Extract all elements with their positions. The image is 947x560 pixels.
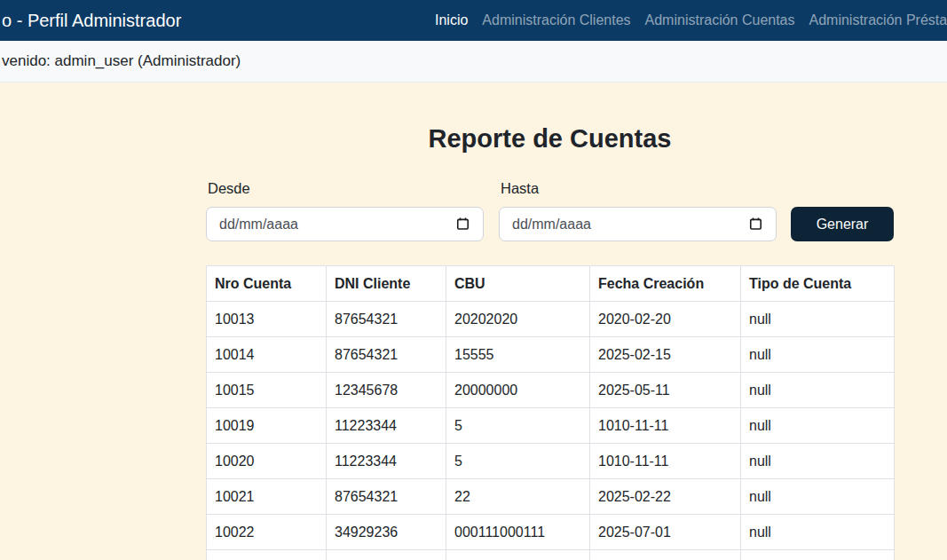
column-header: DNI Cliente	[327, 266, 446, 302]
table-cell: 15555	[446, 337, 590, 373]
table-row: 10022349292360001110001112025-07-01null	[207, 515, 895, 550]
table-row: 1001487654321155552025-02-15null	[207, 337, 895, 373]
welcome-bar: venido: admin_user (Administrador)	[0, 41, 947, 83]
table-cell: 11223344	[327, 444, 446, 479]
welcome-text: venido: admin_user (Administrador)	[2, 41, 241, 82]
table-cell: 10022	[207, 515, 327, 550]
table-row: 1001512345678200000002025-05-11null	[207, 373, 895, 408]
column-header: Nro Cuenta	[207, 266, 327, 302]
nav-item-administracion-clientes[interactable]: Administración Clientes	[475, 12, 637, 28]
table-cell	[741, 550, 895, 560]
app-title: o - Perfil Administrador	[2, 0, 181, 41]
table-cell: 10013	[207, 302, 327, 337]
table-cell: 20202020	[446, 302, 590, 337]
table-cell: 2025-02-15	[590, 337, 741, 373]
table-cell: null	[741, 408, 895, 444]
table-cell: 87654321	[327, 302, 446, 337]
table-cell: 2025-02-22	[590, 479, 741, 515]
column-header: Fecha Creación	[590, 266, 741, 302]
table-cell: 22	[446, 479, 590, 515]
table-cell: 5	[446, 444, 590, 479]
table-cell: 1010-11-11	[590, 408, 741, 444]
nav-item-inicio[interactable]: Inicio	[428, 12, 475, 28]
table-cell: 2025-07-01	[590, 515, 741, 550]
table-row: 1002187654321222025-02-22null	[207, 479, 895, 515]
table-cell: 2020-02-20	[590, 302, 741, 337]
table-cell: 10014	[207, 337, 327, 373]
table-cell: 12345678	[327, 373, 446, 408]
table-cell: null	[741, 373, 895, 408]
table-cell: 20000000	[446, 373, 590, 408]
nav-item-administracion-cuentas[interactable]: Administración Cuentas	[638, 12, 802, 28]
table-cell: null	[741, 479, 895, 515]
table-cell: null	[741, 444, 895, 479]
table-cell: 34929236	[327, 515, 446, 550]
from-date-label: Desde	[208, 180, 250, 197]
table-cell: 000111000111	[446, 515, 590, 550]
table-cell: 11223344	[327, 408, 446, 444]
column-header: CBU	[446, 266, 590, 302]
table-cell: 1010-11-11	[590, 444, 741, 479]
nav-links: InicioAdministración ClientesAdministrac…	[428, 0, 947, 41]
to-date-label: Hasta	[501, 180, 539, 197]
table-cell: 87654321	[327, 479, 446, 515]
from-date-placeholder: dd/mm/aaaa	[219, 217, 298, 233]
column-header: Tipo de Cuenta	[741, 266, 895, 302]
table-row-partial	[207, 550, 895, 560]
table-cell: null	[741, 515, 895, 550]
table-cell	[590, 550, 741, 560]
to-date-input[interactable]: dd/mm/aaaa	[499, 207, 777, 241]
table-row: 100191122334451010-11-11null	[207, 408, 895, 444]
table-row: 100201122334451010-11-11null	[207, 444, 895, 479]
page-title: Reporte de Cuentas	[206, 124, 894, 154]
accounts-table: Nro CuentaDNI ClienteCBUFecha CreaciónTi…	[206, 265, 895, 560]
calendar-icon[interactable]	[748, 217, 763, 232]
table-cell: null	[741, 302, 895, 337]
table-cell: 10021	[207, 479, 327, 515]
table-cell: 5	[446, 408, 590, 444]
top-navbar: o - Perfil Administrador InicioAdministr…	[0, 0, 947, 41]
nav-item-administracion-prestamos[interactable]: Administración Préstam	[802, 12, 947, 28]
table-cell	[207, 550, 327, 560]
table-cell	[446, 550, 590, 560]
table-header-row: Nro CuentaDNI ClienteCBUFecha CreaciónTi…	[207, 266, 895, 302]
table-cell: 10015	[207, 373, 327, 408]
to-date-placeholder: dd/mm/aaaa	[512, 217, 591, 233]
generate-button[interactable]: Generar	[791, 207, 894, 241]
table-cell: 87654321	[327, 337, 446, 373]
table-body: 1001387654321202020202020-02-20null10014…	[207, 302, 895, 560]
table-cell	[327, 550, 446, 560]
table-cell: 10019	[207, 408, 327, 444]
from-date-input[interactable]: dd/mm/aaaa	[206, 207, 484, 241]
table-cell: null	[741, 337, 895, 373]
table-cell: 2025-05-11	[590, 373, 741, 408]
table-row: 1001387654321202020202020-02-20null	[207, 302, 895, 337]
calendar-icon[interactable]	[455, 217, 470, 232]
table-cell: 10020	[207, 444, 327, 479]
